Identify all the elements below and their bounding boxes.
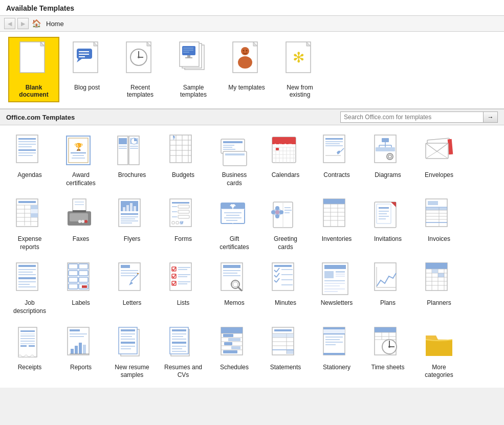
nav-path-label: Home (46, 20, 64, 28)
svg-text:🏆: 🏆 (74, 143, 83, 151)
svg-rect-137 (130, 203, 133, 211)
svg-rect-249 (223, 270, 240, 271)
template-recent[interactable]: Recenttemplates (115, 37, 166, 102)
svg-rect-91 (325, 143, 340, 144)
expense-reports-icon (12, 197, 48, 233)
template-greeting-cards[interactable]: Greetingcards (260, 193, 311, 255)
template-faxes[interactable]: Faxes (55, 193, 106, 255)
svg-rect-343 (231, 346, 240, 349)
template-contracts[interactable]: Contracts (311, 129, 362, 191)
svg-rect-361 (325, 342, 343, 343)
svg-rect-40 (18, 152, 36, 153)
template-inventories[interactable]: Inventories (311, 193, 362, 255)
svg-rect-19 (182, 46, 195, 55)
forward-button[interactable]: ▶ (17, 18, 29, 29)
template-letters[interactable]: Letters (106, 257, 158, 319)
template-forms[interactable]: Forms (158, 193, 209, 255)
template-envelopes[interactable]: Envelopes (413, 129, 465, 191)
template-invoices[interactable]: Invoices (413, 193, 465, 255)
template-reports[interactable]: Reports (55, 322, 106, 384)
invitations-label: Invitations (374, 235, 402, 243)
inventories-label: Inventories (322, 235, 352, 243)
svg-point-131 (81, 220, 84, 223)
template-blank-document[interactable]: Blankdocument (8, 37, 59, 102)
svg-rect-248 (223, 265, 240, 268)
flyers-label: Flyers (124, 235, 141, 243)
svg-rect-240 (178, 274, 190, 275)
home-button[interactable]: 🏠 (31, 18, 42, 29)
template-time-sheets[interactable]: Time sheets (362, 322, 413, 384)
template-diagrams[interactable]: Diagrams (362, 129, 413, 191)
template-my[interactable]: My templates (221, 37, 272, 102)
template-schedules[interactable]: Schedules (209, 322, 260, 384)
svg-rect-69 (223, 147, 232, 148)
template-lists[interactable]: Lists (158, 257, 209, 319)
back-button[interactable]: ◀ (4, 18, 15, 29)
template-award-certificates[interactable]: 🏆 Awardcertificates (55, 129, 106, 191)
template-receipts[interactable]: Receipts (4, 322, 55, 384)
svg-rect-276 (324, 288, 345, 289)
svg-rect-207 (18, 272, 33, 273)
sample-templates-label: Sampletemplates (180, 84, 207, 98)
svg-rect-360 (325, 339, 340, 340)
svg-rect-226 (121, 273, 138, 274)
search-input[interactable] (340, 111, 484, 123)
template-job-descriptions[interactable]: Jobdescriptions (4, 257, 55, 319)
new-from-existing-label: New fromexisting (287, 84, 313, 98)
template-invitations[interactable]: Invitations (362, 193, 413, 255)
template-labels[interactable]: Labels (55, 257, 106, 319)
svg-rect-235 (178, 267, 190, 268)
stationery-icon (319, 326, 355, 362)
svg-rect-222 (82, 285, 87, 288)
template-agendas[interactable]: Agendas (4, 129, 55, 191)
template-budgets[interactable]: Budgets (158, 129, 209, 191)
template-flyers[interactable]: Flyers (106, 193, 158, 255)
lists-label: Lists (177, 299, 190, 307)
template-sample[interactable]: Sampletemplates (168, 37, 219, 102)
svg-text:✻: ✻ (292, 50, 304, 65)
template-gift-certificates[interactable]: Giftcertificates (209, 193, 260, 255)
template-newsletters[interactable]: Newsletters (311, 257, 362, 319)
template-more-categories[interactable]: Morecategories (413, 322, 465, 384)
contracts-label: Contracts (323, 171, 349, 180)
template-resumes-cvs[interactable]: Resumes andCVs (158, 322, 209, 384)
template-new-resume-samples[interactable]: New resumesamples (106, 322, 158, 384)
template-calendars[interactable]: Su Mo Tu We Calendars (260, 129, 311, 191)
svg-text:Su Mo Tu We: Su Mo Tu We (274, 143, 294, 146)
svg-rect-256 (274, 265, 292, 267)
faxes-icon (63, 197, 99, 233)
template-plans[interactable]: Plans (362, 257, 413, 319)
template-statements[interactable]: Statements (260, 322, 311, 384)
svg-point-132 (78, 220, 81, 223)
svg-rect-342 (224, 342, 232, 345)
template-business-cards[interactable]: Businesscards (209, 129, 260, 191)
template-new-from-existing[interactable]: ✻ New fromexisting (274, 37, 325, 102)
svg-rect-37 (18, 144, 36, 145)
svg-rect-236 (178, 269, 187, 270)
inventories-icon (319, 197, 355, 233)
template-minutes[interactable]: Minutes (260, 257, 311, 319)
template-planners[interactable]: Planners (413, 257, 465, 319)
template-memos[interactable]: Memos (209, 257, 260, 319)
new-resume-samples-icon (114, 326, 150, 362)
svg-rect-90 (325, 141, 343, 142)
svg-rect-341 (228, 338, 240, 341)
svg-rect-175 (284, 210, 292, 211)
template-blog-post[interactable]: Blog post (61, 37, 113, 102)
svg-rect-139 (121, 213, 138, 215)
calendars-icon: Su Mo Tu We (268, 133, 303, 169)
template-stationery[interactable]: Stationery (311, 322, 362, 384)
template-brochures[interactable]: Brochures (106, 129, 158, 191)
template-expense-reports[interactable]: Expensereports (4, 193, 55, 255)
svg-rect-211 (18, 284, 30, 285)
svg-rect-143 (121, 222, 132, 223)
svg-rect-55 (130, 146, 138, 147)
blog-post-label: Blog post (74, 84, 100, 91)
svg-rect-340 (223, 334, 233, 337)
search-button[interactable]: → (484, 111, 498, 123)
svg-rect-271 (336, 274, 345, 275)
svg-rect-250 (223, 273, 237, 274)
svg-rect-298 (20, 338, 30, 339)
my-templates-label: My templates (228, 84, 265, 91)
contracts-icon (319, 133, 355, 169)
